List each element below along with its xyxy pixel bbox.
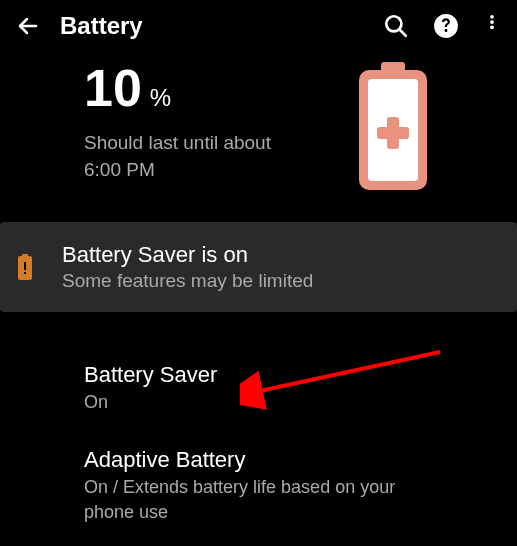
help-icon[interactable] bbox=[433, 13, 459, 39]
battery-percent-symbol: % bbox=[150, 84, 171, 112]
battery-saver-notice[interactable]: Battery Saver is on Some features may be… bbox=[0, 222, 517, 312]
svg-point-6 bbox=[490, 25, 494, 29]
battery-estimate-line1: Should last until about bbox=[84, 130, 353, 157]
back-icon[interactable] bbox=[16, 14, 40, 38]
svg-rect-15 bbox=[24, 272, 26, 274]
battery-icon bbox=[353, 62, 433, 192]
svg-rect-11 bbox=[377, 127, 409, 139]
battery-estimate: Should last until about 6:00 PM bbox=[84, 130, 353, 183]
saver-notice-text: Battery Saver is on Some features may be… bbox=[62, 242, 501, 292]
more-icon[interactable] bbox=[483, 13, 501, 39]
svg-rect-14 bbox=[24, 262, 26, 270]
saver-notice-subtitle: Some features may be limited bbox=[62, 270, 501, 292]
battery-percent-value: 10 bbox=[84, 62, 142, 114]
setting-battery-saver-status: On bbox=[84, 390, 433, 415]
header-actions bbox=[383, 13, 501, 39]
battery-saver-small-icon bbox=[18, 254, 32, 280]
setting-adaptive-battery-title: Adaptive Battery bbox=[84, 447, 433, 473]
battery-percentage: 10 % bbox=[84, 62, 353, 114]
svg-line-2 bbox=[399, 29, 406, 36]
battery-summary: 10 % Should last until about 6:00 PM bbox=[0, 52, 517, 222]
setting-battery-saver[interactable]: Battery Saver On bbox=[0, 346, 517, 431]
svg-point-4 bbox=[490, 15, 494, 19]
saver-notice-title: Battery Saver is on bbox=[62, 242, 501, 268]
svg-point-5 bbox=[490, 20, 494, 24]
setting-adaptive-battery-status: On / Extends battery life based on your … bbox=[84, 475, 433, 525]
battery-estimate-line2: 6:00 PM bbox=[84, 157, 353, 184]
page-title: Battery bbox=[60, 12, 363, 40]
app-header: Battery bbox=[0, 0, 517, 52]
battery-text-block: 10 % Should last until about 6:00 PM bbox=[84, 62, 353, 183]
setting-adaptive-battery[interactable]: Adaptive Battery On / Extends battery li… bbox=[0, 431, 517, 541]
setting-battery-saver-title: Battery Saver bbox=[84, 362, 433, 388]
search-icon[interactable] bbox=[383, 13, 409, 39]
